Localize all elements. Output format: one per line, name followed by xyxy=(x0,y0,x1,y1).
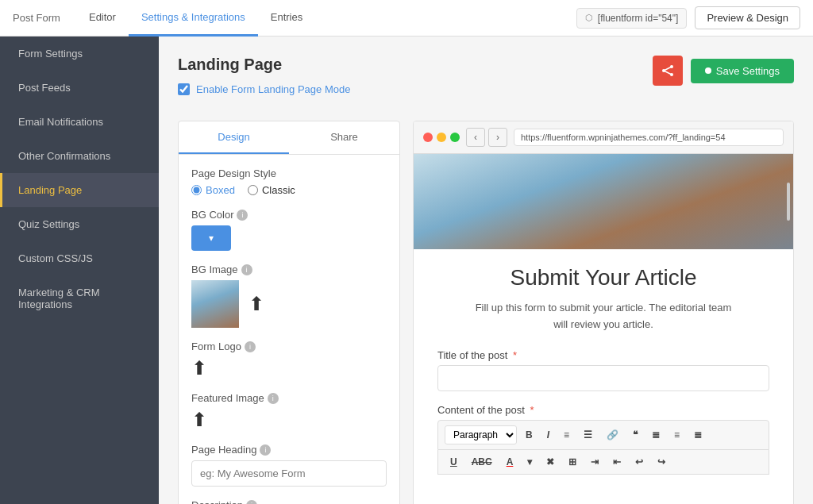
browser-back-button[interactable]: ‹ xyxy=(466,128,485,147)
description-label: Description i xyxy=(191,499,387,504)
browser-forward-button[interactable]: › xyxy=(488,128,507,147)
nav-settings[interactable]: Settings & Integrations xyxy=(129,0,258,37)
dot-green xyxy=(450,133,460,142)
share-button[interactable] xyxy=(653,56,683,86)
svg-line-3 xyxy=(664,67,672,71)
save-dot-icon xyxy=(705,67,711,74)
brand-label: Post Form xyxy=(13,12,60,24)
header-actions: Save Settings xyxy=(653,56,794,86)
preview-field-content: Content of the post * Paragraph B I ≡ xyxy=(437,404,769,475)
required-star-title: * xyxy=(513,349,517,361)
style-boxed-option[interactable]: Boxed xyxy=(191,184,235,196)
nav-editor[interactable]: Editor xyxy=(76,0,129,37)
design-style-field: Page Design Style Boxed Classic xyxy=(191,167,387,196)
panel-body: Page Design Style Boxed Classic xyxy=(179,155,399,504)
save-settings-button[interactable]: Save Settings xyxy=(691,59,794,83)
description-field: Description i 🖼 Add media Visual Text xyxy=(191,499,387,504)
preview-design-button[interactable]: Preview & Design xyxy=(695,6,800,29)
svg-line-4 xyxy=(664,71,672,75)
link-button[interactable]: 🔗 xyxy=(601,426,624,444)
design-style-label: Page Design Style xyxy=(191,167,387,179)
preview-form-content: Submit Your Article Fill up this form to… xyxy=(414,249,793,503)
nav-entries[interactable]: Entries xyxy=(258,0,315,37)
sidebar-item-form-settings[interactable]: Form Settings xyxy=(0,37,159,71)
preview-hero-image xyxy=(414,154,793,249)
featured-image-label: Featured Image i xyxy=(191,392,387,404)
redo-button[interactable]: ↪ xyxy=(652,453,671,471)
browser-dots xyxy=(423,133,460,142)
ul-button[interactable]: ≡ xyxy=(558,426,575,444)
quote-button[interactable]: ❝ xyxy=(627,426,643,444)
design-panel: Design Share Page Design Style Boxed xyxy=(178,121,400,504)
top-nav: Editor Settings & Integrations Entries xyxy=(76,0,315,37)
page-title-area: Landing Page Enable Form Landing Page Mo… xyxy=(178,56,350,111)
main-layout: Form Settings Post Feeds Email Notificat… xyxy=(0,37,813,504)
preview-field-title-label: Title of the post * xyxy=(437,349,769,361)
share-icon xyxy=(661,64,674,77)
top-bar-right: ⬡ [fluentform id="54"] Preview & Design xyxy=(576,6,800,29)
bold-button[interactable]: B xyxy=(520,426,538,444)
dot-red xyxy=(423,133,433,142)
page-heading-label: Page Heading i xyxy=(191,444,387,456)
page-heading-input[interactable] xyxy=(191,460,387,487)
ol-button[interactable]: ☰ xyxy=(578,426,598,444)
more-btn-1[interactable]: ⇥ xyxy=(585,453,604,471)
bg-color-field: BG Color i ▾ xyxy=(191,209,387,251)
sidebar-item-post-feeds[interactable]: Post Feeds xyxy=(0,71,159,105)
required-star-content: * xyxy=(530,404,534,416)
featured-image-field: Featured Image i ⬆ xyxy=(191,392,387,431)
tab-design[interactable]: Design xyxy=(179,121,289,154)
sidebar-item-landing-page[interactable]: Landing Page xyxy=(0,173,159,207)
style-classic-option[interactable]: Classic xyxy=(248,184,295,196)
top-bar: Post Form Editor Settings & Integrations… xyxy=(0,0,813,37)
tab-share[interactable]: Share xyxy=(289,121,399,154)
sidebar-item-other-confirmations[interactable]: Other Confirmations xyxy=(0,139,159,173)
featured-image-upload-icon[interactable]: ⬆ xyxy=(191,409,207,431)
sidebar-item-email-notifications[interactable]: Email Notifications xyxy=(0,105,159,139)
bg-image-field: BG Image i ⬆ xyxy=(191,264,387,328)
bg-image-info-icon: i xyxy=(241,264,252,275)
sidebar-item-marketing-crm[interactable]: Marketing & CRM Integrations xyxy=(0,275,159,321)
form-logo-field: Form Logo i ⬆ xyxy=(191,340,387,379)
preview-form-title: Submit Your Article xyxy=(437,265,769,290)
shortcode-icon: ⬡ xyxy=(585,13,593,23)
featured-image-info-icon: i xyxy=(268,393,279,404)
enable-checkbox[interactable] xyxy=(178,83,190,95)
preview-title-input xyxy=(437,365,769,391)
bg-image-thumbnail xyxy=(191,280,239,328)
table-button[interactable]: ⊞ xyxy=(563,453,582,471)
bg-image-label: BG Image i xyxy=(191,264,387,275)
preview-panel: ‹ › https://fluentform.wpninjathemes.com… xyxy=(413,121,794,504)
font-color-dropdown[interactable]: ▾ xyxy=(522,453,538,471)
page-heading-field: Page Heading i xyxy=(191,444,387,487)
underline-button[interactable]: U xyxy=(445,453,463,471)
form-logo-upload-icon[interactable]: ⬆ xyxy=(191,357,207,379)
panel-wrapper: Design Share Page Design Style Boxed xyxy=(178,121,794,504)
font-color-button[interactable]: A xyxy=(501,453,519,471)
align-left-button[interactable]: ≣ xyxy=(646,426,665,444)
page-heading-info-icon: i xyxy=(260,444,271,456)
undo-button[interactable]: ↩ xyxy=(630,453,649,471)
more-btn-2[interactable]: ⇤ xyxy=(607,453,626,471)
top-bar-left: Post Form Editor Settings & Integrations… xyxy=(13,0,315,37)
eraser-button[interactable]: ✖ xyxy=(541,453,560,471)
style-classic-radio[interactable] xyxy=(248,185,258,195)
panel-tabs: Design Share xyxy=(179,121,399,155)
upload-icon[interactable]: ⬆ xyxy=(249,293,264,315)
italic-button[interactable]: I xyxy=(541,426,555,444)
shortcode-box: ⬡ [fluentform id="54"] xyxy=(576,8,688,29)
bg-color-button[interactable]: ▾ xyxy=(191,225,231,251)
strikethrough-button[interactable]: ABC xyxy=(466,453,498,471)
enable-label[interactable]: Enable Form Landing Page Mode xyxy=(196,83,350,95)
url-bar: https://fluentform.wpninjathemes.com/?ff… xyxy=(514,129,784,146)
featured-image-upload: ⬆ xyxy=(191,409,387,431)
dot-yellow xyxy=(437,133,446,142)
align-center-button[interactable]: ≡ xyxy=(669,426,685,444)
paragraph-select[interactable]: Paragraph xyxy=(445,425,517,444)
sidebar-item-quiz-settings[interactable]: Quiz Settings xyxy=(0,207,159,241)
page-title: Landing Page xyxy=(178,56,350,74)
style-boxed-radio[interactable] xyxy=(191,185,202,195)
align-right-button[interactable]: ≣ xyxy=(688,426,707,444)
sidebar-item-custom-css-js[interactable]: Custom CSS/JS xyxy=(0,241,159,275)
form-logo-upload: ⬆ xyxy=(191,357,387,379)
